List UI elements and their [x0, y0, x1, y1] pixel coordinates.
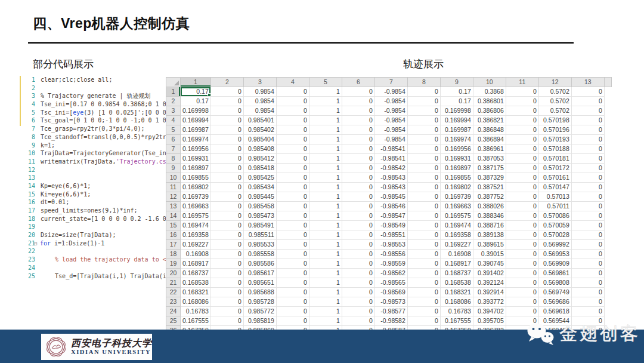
row-header[interactable]: 19: [166, 259, 181, 269]
cell[interactable]: 1: [309, 269, 342, 278]
cell[interactable]: 0.570198: [538, 116, 571, 125]
row-header[interactable]: 7: [166, 144, 181, 154]
cell[interactable]: 0: [342, 116, 374, 125]
cell[interactable]: 0: [506, 278, 538, 288]
cell[interactable]: 0: [407, 250, 440, 259]
cell[interactable]: 0.985418: [243, 164, 276, 173]
cell[interactable]: 1: [309, 297, 342, 307]
cell[interactable]: 0: [571, 202, 604, 211]
cell[interactable]: 0: [506, 144, 538, 154]
cell[interactable]: 0.169227: [181, 240, 211, 250]
cell[interactable]: 0: [342, 250, 374, 259]
row-header[interactable]: 1: [166, 87, 181, 97]
cell[interactable]: 0: [506, 183, 538, 192]
cell[interactable]: 0.39015: [473, 250, 506, 259]
cell[interactable]: 0.570172: [538, 164, 571, 173]
cell[interactable]: 0: [407, 87, 440, 97]
cell[interactable]: 0.569909: [538, 259, 571, 269]
cell[interactable]: 0: [342, 164, 374, 173]
cell[interactable]: 1: [309, 154, 342, 164]
cell[interactable]: -0.98547: [374, 211, 407, 221]
cell[interactable]: 0: [342, 87, 374, 97]
cell[interactable]: 0.570086: [538, 211, 571, 221]
cell[interactable]: 0: [571, 240, 604, 250]
row-header[interactable]: 15: [166, 221, 181, 230]
cell[interactable]: -0.98565: [374, 278, 407, 288]
cell[interactable]: 0.985688: [243, 288, 276, 297]
cell[interactable]: 0: [276, 106, 309, 116]
cell[interactable]: 0.169987: [440, 125, 473, 135]
cell[interactable]: 0: [407, 240, 440, 250]
cell[interactable]: 0.569618: [538, 307, 571, 316]
cell[interactable]: 0: [210, 154, 243, 164]
cell[interactable]: 1: [309, 211, 342, 221]
cell[interactable]: 0: [407, 125, 440, 135]
cell[interactable]: 0: [506, 221, 538, 230]
cell[interactable]: -0.98549: [374, 221, 407, 230]
cell[interactable]: 0: [342, 135, 374, 144]
row-header[interactable]: 21: [166, 278, 181, 288]
row-header[interactable]: 24: [166, 307, 181, 316]
cell[interactable]: 0.391402: [473, 269, 506, 278]
cell[interactable]: 0.169956: [181, 144, 211, 154]
cell[interactable]: 0.16908: [181, 250, 211, 259]
cell[interactable]: 0.570188: [538, 144, 571, 154]
cell[interactable]: 0: [210, 297, 243, 307]
cell[interactable]: 0: [276, 211, 309, 221]
cell[interactable]: 0.985434: [243, 183, 276, 192]
cell[interactable]: 0: [210, 125, 243, 135]
cell[interactable]: 0.985511: [243, 230, 276, 240]
cell[interactable]: -0.98577: [374, 307, 407, 316]
cell[interactable]: 0: [571, 192, 604, 202]
cell[interactable]: 0: [342, 307, 374, 316]
cell[interactable]: 0: [407, 135, 440, 144]
cell[interactable]: -0.9854: [374, 87, 407, 97]
cell[interactable]: 0: [342, 221, 374, 230]
cell[interactable]: 0.169897: [181, 164, 211, 173]
cell[interactable]: 0: [506, 240, 538, 250]
cell[interactable]: 0: [571, 211, 604, 221]
cell[interactable]: -0.98573: [374, 297, 407, 307]
cell[interactable]: -0.98543: [374, 183, 407, 192]
cell[interactable]: 0.167555: [440, 316, 473, 326]
cell[interactable]: 0.169739: [181, 192, 211, 202]
cell[interactable]: 0: [407, 183, 440, 192]
cell[interactable]: 0: [276, 230, 309, 240]
cell[interactable]: 0.169998: [440, 106, 473, 116]
cell[interactable]: 0: [571, 154, 604, 164]
cell[interactable]: 0.388346: [473, 211, 506, 221]
cell[interactable]: 0: [276, 183, 309, 192]
cell[interactable]: 0.169931: [440, 154, 473, 164]
cell[interactable]: 0.16908: [440, 250, 473, 259]
column-header[interactable]: 9: [440, 78, 473, 87]
cell[interactable]: 0: [506, 192, 538, 202]
cell[interactable]: -0.9854: [374, 125, 407, 135]
cell[interactable]: 0: [571, 259, 604, 269]
cell[interactable]: 0.985819: [243, 316, 276, 326]
cell[interactable]: 0: [407, 288, 440, 297]
column-header[interactable]: 7: [374, 78, 407, 87]
cell[interactable]: 0: [210, 211, 243, 221]
cell[interactable]: 0.169998: [181, 106, 211, 116]
cell[interactable]: 0.387752: [473, 192, 506, 202]
cell[interactable]: -0.98582: [374, 316, 407, 326]
cell[interactable]: 0: [342, 278, 374, 288]
cell[interactable]: 0.569749: [538, 288, 571, 297]
cell[interactable]: -0.9854: [374, 97, 407, 106]
cell[interactable]: 0: [506, 297, 538, 307]
row-header[interactable]: 14: [166, 211, 181, 221]
cell[interactable]: 0: [342, 269, 374, 278]
cell[interactable]: 0: [407, 278, 440, 288]
cell[interactable]: 0: [210, 116, 243, 125]
column-header[interactable]: 8: [407, 78, 440, 87]
cell[interactable]: 0: [506, 106, 538, 116]
cell[interactable]: 0.169575: [181, 211, 211, 221]
cell[interactable]: 0: [506, 211, 538, 221]
cell[interactable]: 0: [210, 269, 243, 278]
cell[interactable]: 0: [210, 278, 243, 288]
cell[interactable]: 0: [407, 192, 440, 202]
column-header[interactable]: 5: [309, 78, 342, 87]
cell[interactable]: 0.570028: [538, 230, 571, 240]
cell[interactable]: 0.569953: [538, 250, 571, 259]
cell[interactable]: 0: [506, 230, 538, 240]
